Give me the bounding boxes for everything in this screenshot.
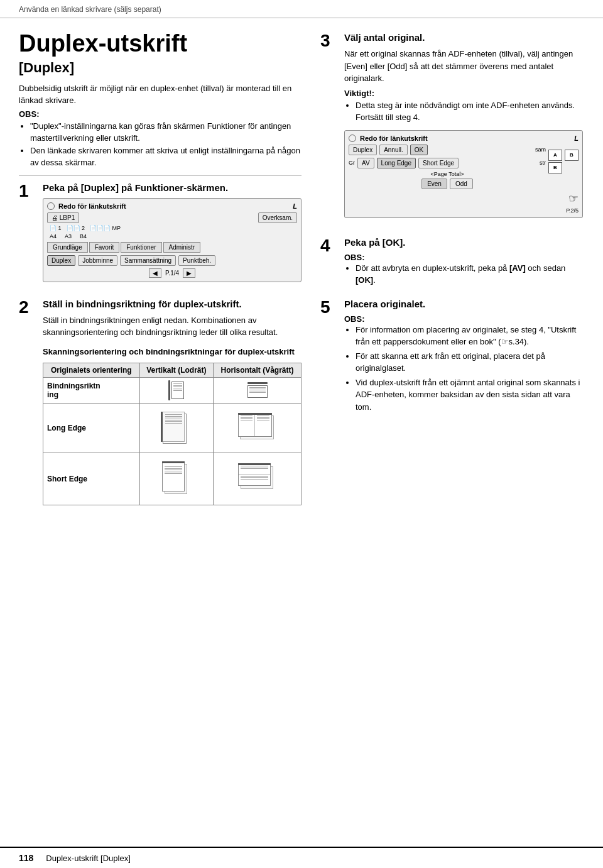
screen-row-2: 📄 1 📄📄 2 📄📄📄 MP — [47, 225, 297, 231]
step-2-block: 2 Ställ in bindningsriktning för duplex-… — [19, 297, 302, 513]
ok-btn[interactable]: OK — [410, 145, 428, 155]
duplex-btn[interactable]: Duplex — [47, 255, 75, 266]
table-row-bindning: Bindningsriktn ing — [43, 377, 302, 403]
screen3-title-bar: Redo för länkutskrift L — [349, 135, 579, 142]
str-label: str — [461, 160, 546, 166]
step5-obs-list: För information om placering av original… — [344, 324, 584, 414]
step-3-content: Välj antal original. När ett original sk… — [344, 31, 584, 227]
sub-title: [Duplex] — [19, 60, 302, 76]
screen-title-bar: Redo för länkutskrift L — [47, 202, 297, 210]
important-label: Viktigt!: — [344, 89, 584, 98]
step-2-content: Ställ in bindningsriktning för duplex-ut… — [43, 297, 302, 513]
screen-row-3: A4 A3 B4 — [47, 233, 297, 239]
screen-row-1: 🖨 LBP1 Overksam. — [47, 212, 297, 223]
orientation-table: Originalets orientering Vertikalt (Lodrä… — [43, 363, 302, 505]
step4-obs-item: Dör att avbryta en duplex-utskrift, peka… — [356, 262, 584, 287]
step-5-number: 5 — [320, 299, 338, 316]
important-list: Detta steg är inte nödvändigt om inte AD… — [344, 99, 584, 124]
step3-screen: Redo för länkutskrift L Duplex Annull. O… — [344, 130, 583, 218]
important-item-1: Detta steg är inte nödvändigt om inte AD… — [356, 99, 584, 124]
bindning-label: Bindningsriktn ing — [43, 377, 140, 403]
obs-item-2: Den länkade skrivaren kommer att skriva … — [30, 145, 302, 169]
duplex-label[interactable]: Duplex — [349, 145, 377, 155]
step-1-block: 1 Peka på [Duplex] på Funktioner-skärmen… — [19, 181, 302, 288]
tab-favorit[interactable]: Favorit — [89, 242, 120, 253]
obs-label: OBS: — [19, 109, 302, 119]
step-5-content: Placera originalet. OBS: För information… — [344, 297, 584, 415]
step-1-content: Peka på [Duplex] på Funktioner-skärmen. … — [43, 181, 302, 288]
even-odd-row: Even Odd — [349, 179, 546, 189]
orientation-section: Skanningsorientering och bindningsriktni… — [43, 346, 302, 505]
step-4-title: Peka på [OK]. — [344, 236, 584, 249]
table-row-short-edge: Short Edge — [43, 453, 302, 505]
main-title: Duplex-utskrift — [19, 31, 302, 57]
th-originalets: Originalets orientering — [43, 363, 140, 377]
tab-grundlage[interactable]: Grundläge — [47, 242, 88, 253]
bottom-title: Duplex-utskrift [Duplex] — [46, 854, 130, 863]
next-arrow[interactable]: ▶ — [183, 268, 195, 278]
step-3-desc: När ett original skannas från ADF-enhete… — [344, 48, 584, 85]
orient-title: Skanningsorientering och bindningsriktni… — [43, 346, 302, 358]
intro-text: Dubbelsidig utskrift är möjligt när en d… — [19, 82, 302, 107]
step-2-title: Ställ in bindningsriktning för duplex-ut… — [43, 297, 302, 310]
step-4-block: 4 Peka på [OK]. OBS: Dör att avbryta en … — [320, 236, 584, 288]
page-indicator: P.1/4 — [165, 270, 179, 277]
long-edge-btn[interactable]: Long Edge — [377, 158, 416, 168]
page-wrapper: Använda en länkad skrivare (säljs separa… — [0, 0, 603, 868]
page-icon-horiz — [247, 385, 268, 398]
step4-obs-label: OBS: — [344, 253, 584, 262]
circle-icon — [47, 202, 55, 210]
step4-obs-list: Dör att avbryta en duplex-utskrift, peka… — [344, 262, 584, 287]
step-4-number: 4 — [320, 237, 338, 255]
printer-btn[interactable]: 🖨 LBP1 — [47, 212, 79, 223]
tab-funktioner[interactable]: Funktioner — [121, 242, 161, 253]
finger-cursor-icon: ☞ — [568, 192, 579, 206]
screen-icon-l: L — [293, 202, 297, 210]
tab-administr[interactable]: Administr — [163, 242, 201, 253]
av-btn[interactable]: AV — [357, 158, 374, 168]
screen-title-text: Redo för länkutskrift — [47, 202, 126, 210]
top-bar: Använda en länkad skrivare (säljs separa… — [0, 0, 603, 18]
short-edge-horiz — [214, 453, 302, 505]
screen-rows: 🖨 LBP1 Overksam. 📄 1 📄📄 2 � — [47, 212, 297, 239]
page-a: A — [548, 150, 562, 161]
long-edge-horiz — [214, 403, 302, 453]
oversampling-btn[interactable]: Overksam. — [258, 212, 297, 223]
jobbminne-btn[interactable]: Jobbminne — [78, 255, 117, 266]
table-header-row: Originalets orientering Vertikalt (Lodrä… — [43, 363, 302, 377]
even-btn[interactable]: Even — [421, 179, 447, 189]
samm-btn[interactable]: Sammansättning — [120, 255, 176, 266]
bindning-vert-icon — [139, 377, 213, 403]
screen-page: ◀ P.1/4 ▶ — [47, 268, 297, 278]
bindning-horiz-icon — [214, 377, 302, 403]
printer-icon: 🖨 — [52, 214, 58, 221]
obs-list: "Duplex"-inställningarna kan göras från … — [19, 120, 302, 169]
content-area: Duplex-utskrift [Duplex] Dubbelsidig uts… — [0, 18, 603, 847]
screen-function-btns: Duplex Jobbminne Sammansättning Punktbeh… — [47, 255, 297, 266]
gr-label: Gr — [349, 160, 355, 166]
punkt-btn[interactable]: Punktbeh. — [178, 255, 215, 266]
step-5-title: Placera originalet. — [344, 297, 584, 310]
screen3-icon-l: L — [574, 135, 579, 142]
prev-arrow[interactable]: ◀ — [149, 268, 161, 278]
long-edge-vert — [139, 403, 213, 453]
right-column: 3 Välj antal original. När ett original … — [320, 31, 584, 840]
step5-obs-item-2: För att skanna ett ark från ett original… — [356, 350, 584, 375]
short-edge-btn[interactable]: Short Edge — [418, 158, 459, 168]
step-2-desc: Ställ in bindningsriktningen enligt neda… — [43, 314, 302, 339]
step1-screen: Redo för länkutskrift L 🖨 LBP1 — [43, 198, 302, 282]
page-total-label: <Page Total> — [349, 171, 546, 177]
step-1-number: 1 — [19, 182, 36, 200]
step-4-content: Peka på [OK]. OBS: Dör att avbryta en du… — [344, 236, 584, 288]
step-2-number: 2 — [19, 299, 36, 316]
odd-btn[interactable]: Odd — [450, 179, 473, 189]
screen3-title: Redo för länkutskrift — [360, 135, 428, 142]
annull-btn[interactable]: Annull. — [379, 145, 408, 155]
th-vertikalt: Vertikalt (Lodrät) — [139, 363, 213, 377]
step-3-number: 3 — [320, 32, 338, 50]
sam-label: sam — [430, 146, 546, 153]
page-b-right: B — [565, 150, 579, 161]
page-b: B — [548, 162, 562, 173]
step-3-title: Välj antal original. — [344, 31, 584, 44]
left-column: Duplex-utskrift [Duplex] Dubbelsidig uts… — [19, 31, 302, 840]
